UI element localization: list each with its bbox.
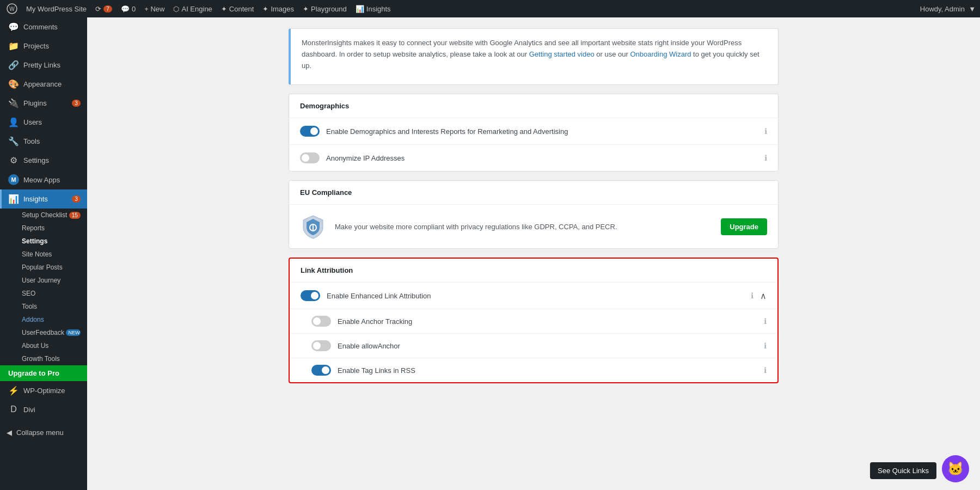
submenu-setup-checklist[interactable]: Setup Checklist 15	[0, 209, 87, 222]
images-icon: ✦	[262, 5, 268, 13]
sidebar-item-meow-apps[interactable]: M Meow Apps	[0, 170, 87, 189]
tag-links-rss-toggle[interactable]	[311, 365, 331, 376]
submenu-user-journey[interactable]: User Journey	[0, 274, 87, 287]
enhanced-link-attribution-info-icon[interactable]: ℹ	[751, 291, 754, 300]
site-notes-label: Site Notes	[22, 250, 52, 258]
playground-icon: ✦	[303, 5, 309, 13]
demographics-interests-slider	[300, 126, 320, 137]
anonymize-ip-info-icon[interactable]: ℹ	[764, 154, 767, 162]
meow-apps-icon: M	[8, 174, 19, 185]
sidebar: 💬 Comments 📁 Projects 🔗 Pretty Links 🎨 A…	[0, 17, 87, 490]
submenu-tools[interactable]: Tools	[0, 300, 87, 313]
popular-posts-label: Popular Posts	[22, 264, 63, 271]
intro-middle-text: or use our	[596, 50, 628, 58]
setup-checklist-label: Setup Checklist	[22, 211, 67, 219]
eu-compliance-description: Make your website more compliant with pr…	[335, 222, 712, 232]
update-icon: ⟳	[95, 5, 101, 13]
wp-logo[interactable]: W	[4, 1, 20, 16]
sidebar-item-users[interactable]: 👤 Users	[0, 113, 87, 132]
onboarding-wizard-link[interactable]: Onboarding Wizard	[630, 50, 691, 58]
submenu-addons[interactable]: Addons	[0, 313, 87, 326]
link-attribution-header: Link Attribution	[290, 259, 777, 283]
anchor-tracking-toggle[interactable]	[311, 316, 331, 327]
chat-bubble[interactable]: 🐱	[942, 455, 969, 482]
sidebar-item-tools[interactable]: 🔧 Tools	[0, 132, 87, 151]
demographics-interests-toggle[interactable]	[300, 126, 320, 137]
images-label: Images	[271, 5, 294, 13]
intro-text: MonsterInsights makes it easy to connect…	[302, 38, 767, 71]
sidebar-item-pretty-links[interactable]: 🔗 Pretty Links	[0, 56, 87, 75]
tools-label: Tools	[23, 137, 81, 145]
tools-icon: 🔧	[8, 136, 19, 146]
enhanced-link-attribution-row: Enable Enhanced Link Attribution ℹ ∧	[290, 283, 777, 309]
anchor-tracking-row: Enable Anchor Tracking ℹ	[290, 309, 777, 334]
anonymize-ip-toggle[interactable]	[300, 152, 320, 163]
insights-badge: 3	[72, 195, 81, 203]
anchor-tracking-slider	[311, 316, 331, 327]
allow-anchor-label: Enable allowAnchor	[338, 342, 757, 350]
eu-compliance-upgrade-button[interactable]: Upgrade	[721, 218, 767, 235]
projects-menu-label: Projects	[23, 42, 81, 50]
enhanced-link-attribution-label: Enable Enhanced Link Attribution	[327, 292, 744, 300]
link-attribution-title: Link Attribution	[301, 266, 353, 274]
plugins-label: Plugins	[23, 99, 68, 107]
submenu-about-us[interactable]: About Us	[0, 339, 87, 352]
content-bar[interactable]: ✦ Content	[217, 0, 259, 17]
sidebar-item-plugins[interactable]: 🔌 Plugins 3	[0, 94, 87, 113]
eu-compliance-section: EU Compliance	[289, 180, 779, 249]
getting-started-link[interactable]: Getting started video	[529, 50, 595, 58]
anchor-tracking-info-icon[interactable]: ℹ	[764, 317, 767, 326]
user-greeting[interactable]: Howdy, Admin ▼	[920, 5, 976, 13]
eu-compliance-title: EU Compliance	[289, 181, 778, 205]
comments-bar[interactable]: 💬 0	[117, 0, 140, 17]
sidebar-item-insights[interactable]: 📊 Insights 3	[0, 189, 87, 209]
new-label: + New	[144, 5, 164, 13]
images-bar[interactable]: ✦ Images	[258, 0, 298, 17]
site-name-text: My WordPress Site	[26, 5, 87, 13]
comments-icon: 💬	[8, 22, 19, 32]
sidebar-item-divi[interactable]: D Divi	[0, 400, 87, 419]
demographics-interests-info-icon[interactable]: ℹ	[764, 127, 767, 136]
allow-anchor-slider	[311, 340, 331, 351]
allow-anchor-info-icon[interactable]: ℹ	[764, 341, 767, 350]
reports-label: Reports	[22, 224, 45, 232]
tag-links-rss-info-icon[interactable]: ℹ	[764, 366, 767, 375]
collapse-arrow-icon: ◀	[7, 428, 12, 437]
submenu-reports[interactable]: Reports	[0, 222, 87, 235]
sidebar-item-comments[interactable]: 💬 Comments	[0, 17, 87, 36]
main-wrap: 💬 Comments 📁 Projects 🔗 Pretty Links 🎨 A…	[0, 17, 980, 490]
comments-menu-label: Comments	[23, 23, 81, 31]
sidebar-item-projects[interactable]: 📁 Projects	[0, 36, 87, 56]
insights-bar[interactable]: 📊 Insights	[351, 0, 395, 17]
upgrade-to-pro-button[interactable]: Upgrade to Pro	[0, 365, 87, 381]
collapse-menu-button[interactable]: ◀ Collapse menu	[0, 423, 87, 442]
projects-icon: 📁	[8, 41, 19, 51]
divi-icon: D	[8, 405, 19, 414]
site-name-bar[interactable]: My WordPress Site	[22, 0, 91, 17]
enhanced-link-attribution-toggle[interactable]	[301, 290, 320, 301]
submenu-settings[interactable]: Settings	[0, 235, 87, 248]
pretty-links-label: Pretty Links	[23, 61, 81, 69]
growth-tools-label: Growth Tools	[22, 355, 60, 363]
submenu-growth-tools[interactable]: Growth Tools	[0, 352, 87, 365]
enhanced-link-attribution-slider	[301, 290, 320, 301]
submenu-seo[interactable]: SEO	[0, 287, 87, 300]
allow-anchor-toggle[interactable]	[311, 340, 331, 351]
plugins-icon: 🔌	[8, 98, 19, 108]
submenu-userfeedback[interactable]: UserFeedback NEW	[0, 326, 87, 339]
demographics-interests-row: Enable Demographics and Interests Report…	[289, 118, 778, 145]
submenu-popular-posts[interactable]: Popular Posts	[0, 261, 87, 274]
anonymize-ip-label: Anonymize IP Addresses	[326, 154, 758, 162]
comment-icon: 💬	[121, 5, 130, 13]
sidebar-item-appearance[interactable]: 🎨 Appearance	[0, 75, 87, 94]
submenu-site-notes[interactable]: Site Notes	[0, 248, 87, 261]
svg-text:W: W	[9, 6, 15, 12]
ai-engine-bar[interactable]: ⬡ AI Engine	[169, 0, 216, 17]
playground-bar[interactable]: ✦ Playground	[298, 0, 351, 17]
new-bar[interactable]: + New	[140, 0, 169, 17]
link-attribution-chevron-icon[interactable]: ∧	[760, 291, 767, 301]
quick-links-button[interactable]: See Quick Links	[870, 462, 936, 479]
updates-bar[interactable]: ⟳ 7	[91, 0, 117, 17]
sidebar-item-wp-optimize[interactable]: ⚡ WP-Optimize	[0, 381, 87, 400]
sidebar-item-settings[interactable]: ⚙ Settings	[0, 151, 87, 170]
